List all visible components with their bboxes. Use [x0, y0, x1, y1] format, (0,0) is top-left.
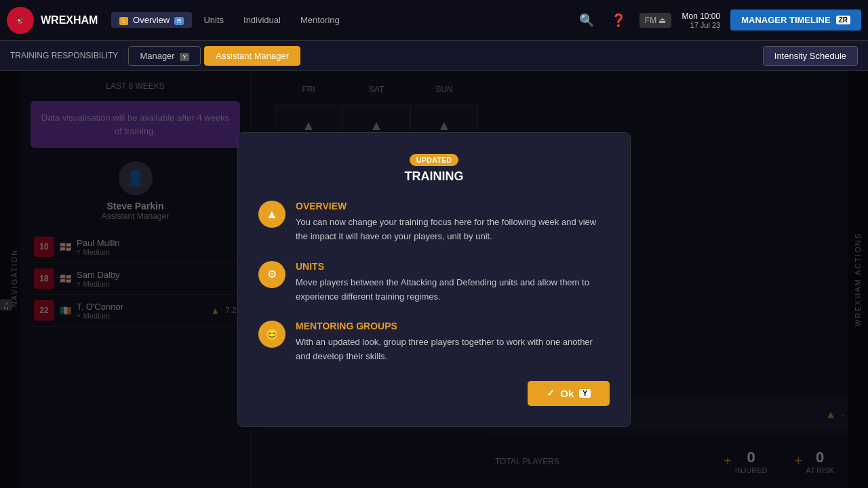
units-text: Move players between the Attacking and D… — [296, 276, 610, 304]
search-button[interactable]: 🔍 — [576, 9, 597, 31]
modal-section-units: ⚙ UNITS Move players between the Attacki… — [258, 261, 610, 304]
overview-heading: OVERVIEW — [296, 201, 610, 211]
units-heading: UNITS — [296, 261, 610, 272]
club-badge-icon: 🦅 — [16, 16, 24, 24]
modal-title: TRAINING — [258, 169, 610, 184]
mentoring-text: With an updated look, group three player… — [296, 336, 610, 364]
club-badge: 🦅 — [7, 7, 34, 34]
nav-tab-overview[interactable]: L Overview R — [111, 12, 192, 28]
overview-prefix-badge: L — [119, 17, 128, 25]
modal-section-overview: ▲ OVERVIEW You can now change your train… — [258, 201, 610, 244]
fm-badge: FM ⏏ — [639, 13, 672, 28]
mentoring-section-icon: 😊 — [258, 321, 285, 348]
manager-timeline-button[interactable]: MANAGER TIMELINE ZR — [730, 9, 861, 30]
help-button[interactable]: ❓ — [608, 9, 629, 31]
datetime-display: Mon 10:00 17 Jul 23 — [682, 12, 720, 29]
tab-manager[interactable]: Manager Y — [128, 46, 201, 66]
units-section-content: UNITS Move players between the Attacking… — [296, 261, 610, 304]
training-updated-modal: UPDATED TRAINING ▲ OVERVIEW You can now … — [237, 132, 631, 427]
intensity-schedule-button[interactable]: Intensity Schedule — [763, 46, 858, 66]
check-icon: ✓ — [547, 388, 555, 399]
responsibility-label: TRAINING RESPONSIBILITY — [10, 51, 118, 60]
overview-text: You can now change your training focus h… — [296, 216, 610, 244]
ok-button[interactable]: ✓ Ok Y — [528, 381, 610, 406]
nav-tab-individual[interactable]: Individual — [235, 12, 289, 28]
nav-tab-units[interactable]: Units — [195, 12, 232, 28]
modal-section-mentoring: 😊 MENTORING GROUPS With an updated look,… — [258, 321, 610, 364]
overview-section-content: OVERVIEW You can now change your trainin… — [296, 201, 610, 244]
overview-section-icon: ▲ — [258, 201, 285, 228]
modal-badge: UPDATED — [258, 153, 610, 169]
modal-header: UPDATED TRAINING — [258, 153, 610, 184]
modal-overlay: UPDATED TRAINING ▲ OVERVIEW You can now … — [0, 71, 868, 488]
mentoring-heading: MENTORING GROUPS — [296, 321, 610, 331]
top-bar: 🦅 WREXHAM L Overview R Units Individual … — [0, 0, 868, 41]
nav-tab-mentoring[interactable]: Mentoring — [292, 12, 348, 28]
modal-footer: ✓ Ok Y — [258, 381, 610, 406]
units-section-icon: ⚙ — [258, 261, 285, 288]
nav-tabs: L Overview R Units Individual Mentoring — [111, 12, 347, 28]
club-name: WREXHAM — [41, 14, 98, 26]
sub-tabs-bar: TRAINING RESPONSIBILITY Manager Y Assist… — [0, 41, 868, 71]
tab-assistant-manager[interactable]: Assistant Manager — [204, 46, 300, 66]
mentoring-section-content: MENTORING GROUPS With an updated look, g… — [296, 321, 610, 364]
top-right: 🔍 ❓ FM ⏏ Mon 10:00 17 Jul 23 MANAGER TIM… — [576, 9, 861, 31]
main-content: ZL NAVIGATION LAST 8 WEEKS Data visualis… — [0, 71, 868, 488]
